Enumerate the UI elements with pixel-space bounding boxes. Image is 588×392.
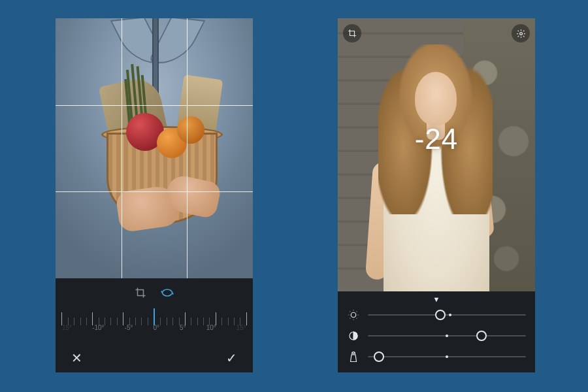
mode-row bbox=[56, 278, 253, 301]
photo-preview[interactable] bbox=[56, 18, 253, 278]
crop-editor-screen: 15°-10°-5°0°5°10°15° ✕ ✓ bbox=[56, 18, 253, 372]
slider-thumb[interactable] bbox=[374, 351, 384, 362]
contrast-icon bbox=[347, 330, 360, 342]
svg-point-3 bbox=[352, 353, 353, 353]
slider-default-dot bbox=[449, 314, 451, 316]
dial-label: 15° bbox=[62, 324, 72, 335]
svg-point-0 bbox=[519, 32, 522, 35]
slider-thumb[interactable] bbox=[435, 310, 446, 320]
dial-label: 5° bbox=[180, 324, 186, 335]
svg-point-1 bbox=[351, 312, 356, 318]
crop-icon[interactable] bbox=[135, 287, 146, 299]
slider-exposure[interactable] bbox=[347, 304, 526, 325]
dial-label: 10° bbox=[206, 324, 216, 335]
grid-line bbox=[187, 18, 188, 278]
confirm-button[interactable]: ✓ bbox=[226, 350, 237, 366]
action-row: ✕ ✓ bbox=[56, 344, 253, 372]
dial-label: -5° bbox=[125, 324, 133, 335]
adjust-controls: ▼ bbox=[338, 291, 535, 372]
cancel-button[interactable]: ✕ bbox=[71, 350, 82, 366]
dial-label: 15° bbox=[237, 324, 246, 335]
slider-default-dot bbox=[446, 355, 448, 358]
slider-contrast[interactable] bbox=[347, 325, 526, 346]
crop-icon[interactable] bbox=[343, 24, 361, 42]
grid-line bbox=[122, 18, 122, 278]
straighten-dial[interactable]: 15°-10°-5°0°5°10°15° bbox=[56, 301, 253, 336]
grid-line bbox=[56, 105, 253, 106]
dial-labels: 15°-10°-5°0°5°10°15° bbox=[56, 324, 253, 335]
rotate-icon[interactable] bbox=[161, 287, 174, 299]
top-toolbar bbox=[343, 24, 530, 43]
gear-icon[interactable] bbox=[512, 24, 530, 42]
adjustment-value: -24 bbox=[338, 123, 535, 155]
slider-thumb[interactable] bbox=[476, 331, 487, 341]
grid-line bbox=[56, 191, 253, 192]
crop-controls: 15°-10°-5°0°5°10°15° ✕ ✓ bbox=[56, 278, 253, 372]
salt-icon bbox=[347, 351, 360, 363]
slider-track[interactable] bbox=[368, 335, 526, 336]
dial-label: 0° bbox=[154, 324, 160, 335]
slider-track[interactable] bbox=[368, 314, 526, 316]
slider-track[interactable] bbox=[368, 356, 526, 357]
svg-point-5 bbox=[353, 353, 354, 354]
adjust-editor-screen: -24 ▼ bbox=[338, 18, 535, 372]
photo-preview[interactable]: -24 bbox=[338, 18, 535, 291]
sun-icon bbox=[347, 309, 360, 321]
slider-default-dot bbox=[446, 335, 448, 337]
svg-point-4 bbox=[354, 353, 355, 353]
dial-label: -10° bbox=[92, 324, 104, 335]
dial-ticks bbox=[56, 306, 253, 325]
slider-saturation[interactable] bbox=[347, 346, 526, 367]
collapse-caret[interactable]: ▼ bbox=[347, 295, 526, 304]
